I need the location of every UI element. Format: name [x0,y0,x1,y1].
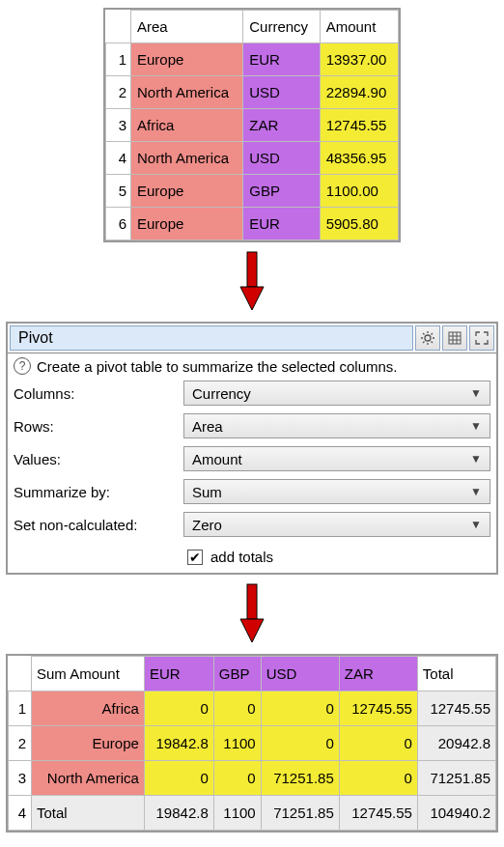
expand-button[interactable] [469,325,494,351]
cell-row-total[interactable]: 12745.55 [417,692,495,726]
corner-label[interactable]: Sum Amount [32,657,145,692]
cell-area[interactable]: Europe [131,175,243,208]
cell-currency[interactable]: ZAR [243,109,320,142]
summarize-select[interactable]: Sum ▼ [183,479,490,504]
cell-value[interactable]: 0 [213,761,261,796]
label-columns: Columns: [14,385,183,402]
settings-button[interactable] [415,325,440,351]
row-number: 4 [106,142,131,175]
cell-amount[interactable]: 48356.95 [320,142,398,175]
noncalc-select[interactable]: Zero ▼ [183,512,490,537]
grid-view-button[interactable] [442,325,467,351]
select-value: Area [192,418,223,435]
pivot-panel: Pivot ? Create a pivot table to summariz… [6,322,498,575]
select-value: Amount [192,451,242,467]
row-header[interactable]: North America [32,761,145,796]
panel-title: Pivot [10,325,413,351]
table-row[interactable]: 1 Europe EUR 13937.00 [106,43,399,76]
table-row[interactable]: 3 North America 0 0 71251.85 0 71251.85 [9,761,496,796]
pivot-result-table: Sum Amount EUR GBP USD ZAR Total 1 Afric… [6,654,498,833]
col-header-total[interactable]: Total [417,657,495,692]
row-number: 1 [9,692,32,726]
cell-value[interactable]: 12745.55 [339,692,417,726]
svg-line-7 [423,333,425,335]
cell-area[interactable]: North America [131,76,243,109]
row-header-total[interactable]: Total [32,796,145,831]
svg-marker-17 [240,619,264,642]
select-value: Zero [192,517,222,533]
label-summarize: Summarize by: [14,484,183,500]
grid-icon [447,330,462,346]
cell-value[interactable]: 19842.8 [144,726,213,761]
chevron-down-icon: ▼ [470,518,482,531]
cell-value[interactable]: 0 [261,692,339,726]
add-totals-label: add totals [210,549,273,565]
table-row[interactable]: 3 Africa ZAR 12745.55 [106,109,399,142]
cell-col-total[interactable]: 1100 [213,796,261,831]
table-row[interactable]: 4 North America USD 48356.95 [106,142,399,175]
table-row[interactable]: 2 Europe 19842.8 1100 0 0 20942.8 [9,726,496,761]
cell-col-total[interactable]: 12745.55 [339,796,417,831]
cell-value[interactable]: 0 [144,692,213,726]
svg-line-10 [432,333,434,335]
svg-rect-16 [247,584,257,619]
cell-grand-total[interactable]: 104940.2 [417,796,495,831]
svg-marker-1 [240,287,264,310]
row-header[interactable]: Europe [32,726,145,761]
totals-row[interactable]: 4 Total 19842.8 1100 71251.85 12745.55 1… [9,796,496,831]
svg-line-8 [432,342,434,344]
cell-col-total[interactable]: 71251.85 [261,796,339,831]
row-number: 4 [9,796,32,831]
columns-select[interactable]: Currency ▼ [183,381,490,406]
cell-amount[interactable]: 5905.80 [320,208,398,240]
col-header[interactable]: USD [261,657,339,692]
hint-row: ? Create a pivot table to summarize the … [8,353,496,381]
col-header-currency[interactable]: Currency [243,11,320,43]
row-number: 1 [106,43,131,76]
cell-row-total[interactable]: 20942.8 [417,726,495,761]
cell-currency[interactable]: EUR [243,208,320,240]
table-row[interactable]: 1 Africa 0 0 0 12745.55 12745.55 [9,692,496,726]
cell-area[interactable]: Europe [131,43,243,76]
cell-currency[interactable]: USD [243,142,320,175]
row-number: 2 [106,76,131,109]
col-header[interactable]: GBP [213,657,261,692]
table-row[interactable]: 2 North America USD 22894.90 [106,76,399,109]
cell-row-total[interactable]: 71251.85 [417,761,495,796]
cell-value[interactable]: 0 [213,692,261,726]
row-number: 3 [9,761,32,796]
panel-titlebar: Pivot [8,324,496,353]
cell-area[interactable]: North America [131,142,243,175]
cell-amount[interactable]: 1100.00 [320,175,398,208]
help-icon[interactable]: ? [14,357,31,375]
col-header-amount[interactable]: Amount [320,11,398,43]
cell-value[interactable]: 0 [339,761,417,796]
cell-value[interactable]: 0 [144,761,213,796]
cell-value[interactable]: 71251.85 [261,761,339,796]
row-header[interactable]: Africa [32,692,145,726]
rows-select[interactable]: Area ▼ [183,413,490,438]
col-header[interactable]: EUR [144,657,213,692]
values-select[interactable]: Amount ▼ [183,446,490,471]
cell-amount[interactable]: 12745.55 [320,109,398,142]
cell-currency[interactable]: GBP [243,175,320,208]
cell-value[interactable]: 0 [339,726,417,761]
cell-value[interactable]: 0 [261,726,339,761]
table-row[interactable]: 5 Europe GBP 1100.00 [106,175,399,208]
cell-currency[interactable]: EUR [243,43,320,76]
cell-col-total[interactable]: 19842.8 [144,796,213,831]
col-header-area[interactable]: Area [131,11,243,43]
cell-amount[interactable]: 13937.00 [320,43,398,76]
add-totals-checkbox[interactable]: ✔ [187,550,203,565]
cell-area[interactable]: Africa [131,109,243,142]
cell-amount[interactable]: 22894.90 [320,76,398,109]
hint-text: Create a pivot table to summarize the se… [37,358,398,375]
col-header[interactable]: ZAR [339,657,417,692]
cell-area[interactable]: Europe [131,208,243,240]
cell-currency[interactable]: USD [243,76,320,109]
cell-value[interactable]: 1100 [213,726,261,761]
table-row[interactable]: 6 Europe EUR 5905.80 [106,208,399,240]
corner-cell [9,657,32,692]
chevron-down-icon: ▼ [470,452,482,466]
svg-point-2 [425,335,431,341]
